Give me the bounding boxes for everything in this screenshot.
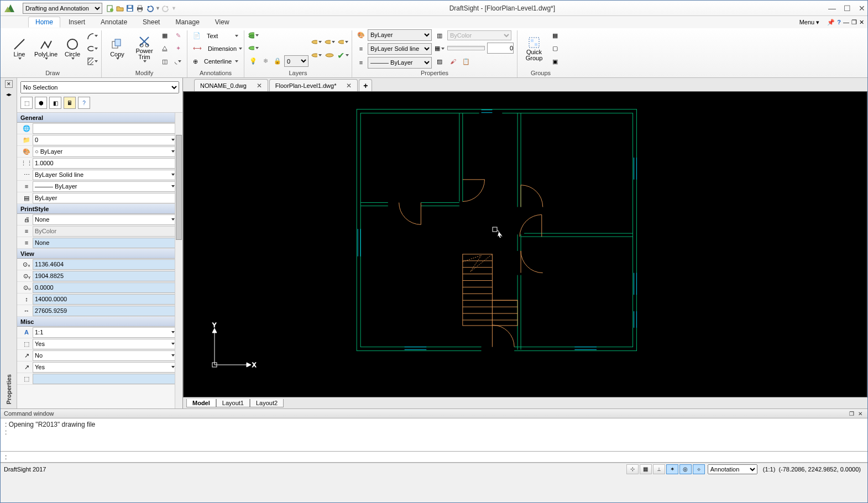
- prop-centerz[interactable]: 0.0000: [33, 282, 177, 293]
- props-scrollbar[interactable]: [175, 113, 182, 408]
- workspace-selector[interactable]: Drafting and Annotation: [23, 3, 102, 14]
- layer-lock-icon[interactable]: 🔒: [272, 56, 283, 67]
- track-toggle[interactable]: ⟐: [693, 464, 705, 474]
- bycolor-select[interactable]: ByColor: [447, 30, 511, 40]
- calculator-icon[interactable]: 🖩: [64, 97, 76, 109]
- tab-annotate[interactable]: Annotate: [93, 17, 134, 28]
- menu-dropdown[interactable]: Menu ▾: [799, 19, 820, 26]
- ellipse-icon[interactable]: [87, 43, 98, 54]
- prop-m1[interactable]: Yes: [33, 339, 177, 349]
- prop-lineweight[interactable]: ——— ByLayer: [33, 181, 177, 192]
- tab-insert[interactable]: Insert: [61, 17, 92, 28]
- layer-show-icon[interactable]: 💡: [248, 56, 259, 67]
- ortho-toggle[interactable]: ⟂: [653, 464, 665, 474]
- palette-autohide-icon[interactable]: ◂▸: [6, 91, 12, 97]
- prop-centerx[interactable]: 1136.4604: [33, 259, 177, 270]
- cat-misc[interactable]: Misc▴: [17, 317, 182, 327]
- transparency-input[interactable]: [487, 43, 514, 54]
- hatch-icon[interactable]: [87, 56, 98, 67]
- prop-annoscale[interactable]: 1:1: [33, 327, 177, 338]
- prop-more-icon[interactable]: ▨: [434, 56, 445, 67]
- powertrim-button[interactable]: Power Trim: [132, 30, 157, 67]
- print-icon[interactable]: [135, 4, 144, 13]
- tab-view[interactable]: View: [208, 17, 237, 28]
- group-edit-icon[interactable]: ▦: [550, 30, 561, 41]
- layer-off-icon[interactable]: [311, 50, 322, 61]
- new-tab-button[interactable]: +: [359, 79, 372, 91]
- save-icon[interactable]: [126, 4, 134, 13]
- arc-icon[interactable]: [87, 30, 98, 41]
- pin-icon[interactable]: 📌: [827, 19, 835, 26]
- minimize-icon[interactable]: —: [828, 4, 836, 13]
- grid-toggle[interactable]: ▦: [640, 464, 652, 474]
- linestyle-select[interactable]: ByLayer Solid line: [368, 43, 432, 55]
- cmd-restore-icon[interactable]: ❐: [848, 410, 855, 417]
- selection-filter[interactable]: No Selection: [20, 81, 179, 93]
- prop-m3[interactable]: Yes: [33, 362, 177, 373]
- layer-merge-icon[interactable]: [337, 36, 348, 48]
- color-wheel-icon[interactable]: 🎨: [355, 29, 367, 40]
- close-icon[interactable]: ✕: [859, 4, 865, 13]
- color-select[interactable]: ByLayer: [368, 29, 432, 41]
- layer-walk-icon[interactable]: [324, 50, 335, 61]
- maximize-icon[interactable]: ☐: [844, 4, 851, 13]
- list-icon[interactable]: 📋: [461, 56, 472, 67]
- line-button[interactable]: Line: [7, 30, 32, 67]
- new-icon[interactable]: [106, 4, 114, 13]
- cat-printstyle[interactable]: PrintStyle▴: [17, 204, 182, 214]
- open-icon[interactable]: [116, 4, 124, 13]
- match-props-icon[interactable]: ▦: [434, 43, 445, 54]
- prop-m2[interactable]: No: [33, 350, 177, 361]
- prop-linestyle[interactable]: ByLayer Solid line: [33, 170, 177, 180]
- annotation-scale-select[interactable]: Annotation: [708, 464, 757, 474]
- prop-width[interactable]: 27605.9259: [33, 306, 177, 316]
- tab-close-icon[interactable]: ✕: [346, 82, 352, 90]
- palette-close-icon[interactable]: ✕: [5, 80, 13, 88]
- cat-view[interactable]: View▴: [17, 249, 182, 259]
- quick-select-icon[interactable]: ⬢: [35, 97, 47, 109]
- offset-icon[interactable]: ◫: [159, 56, 170, 67]
- layer-check-icon[interactable]: ✔: [337, 50, 348, 61]
- undo-icon[interactable]: [145, 4, 154, 13]
- layer-freeze-icon[interactable]: ❄: [260, 56, 271, 67]
- layer-prev-icon[interactable]: [324, 36, 335, 48]
- select-similar-icon[interactable]: ◧: [49, 97, 61, 109]
- doc-tab-noname[interactable]: NONAME_0.dwg✕: [194, 79, 268, 91]
- prop-layer[interactable]: 0: [33, 135, 177, 145]
- text-button[interactable]: 📄 Text: [191, 30, 240, 41]
- prop-linescale[interactable]: 1.0000: [33, 158, 177, 169]
- prop-lw2[interactable]: ByLayer: [33, 193, 177, 203]
- layer-active-select[interactable]: 0: [284, 55, 308, 67]
- tab-sheet[interactable]: Sheet: [135, 17, 167, 28]
- sheet-model[interactable]: Model: [186, 399, 216, 407]
- prop-m4[interactable]: [33, 374, 177, 384]
- prop-ps1[interactable]: None: [33, 214, 177, 225]
- lineweight-icon[interactable]: ≡: [355, 57, 367, 68]
- prop-hyperlink[interactable]: [33, 123, 177, 134]
- esnap-toggle[interactable]: ◎: [679, 464, 692, 474]
- sheet-layout1[interactable]: Layout1: [216, 399, 250, 407]
- prop-palette-icon[interactable]: ▥: [434, 30, 445, 41]
- command-input[interactable]: :: [1, 452, 867, 463]
- ribbon-close-icon[interactable]: ✕: [859, 19, 864, 26]
- lineweight-select[interactable]: ——— ByLayer: [368, 57, 432, 69]
- sheet-layout2[interactable]: Layout2: [250, 399, 284, 407]
- redo-icon[interactable]: [161, 4, 170, 13]
- prop-centery[interactable]: 1904.8825: [33, 271, 177, 281]
- fillet-icon[interactable]: ◟: [172, 56, 184, 67]
- group-select-icon[interactable]: ▣: [550, 56, 561, 67]
- array-icon[interactable]: ▦: [159, 30, 170, 41]
- ribbon-restore-icon[interactable]: ❐: [851, 19, 857, 26]
- prop-height[interactable]: 14000.0000: [33, 294, 177, 305]
- mirror-icon[interactable]: ⧋: [159, 43, 170, 54]
- prop-color[interactable]: ○ ByLayer: [33, 146, 177, 157]
- drawing-canvas[interactable]: XY: [183, 91, 867, 397]
- help-icon[interactable]: ?: [837, 19, 841, 25]
- circle-button[interactable]: Circle: [60, 30, 85, 67]
- tab-manage[interactable]: Manage: [168, 17, 206, 28]
- dimension-button[interactable]: ⟷ Dimension: [191, 43, 240, 54]
- cat-general[interactable]: General▴: [17, 113, 182, 123]
- ungroup-icon[interactable]: ▢: [550, 43, 561, 54]
- layer-state-icon[interactable]: [248, 43, 259, 54]
- layer-iso-icon[interactable]: [311, 36, 322, 48]
